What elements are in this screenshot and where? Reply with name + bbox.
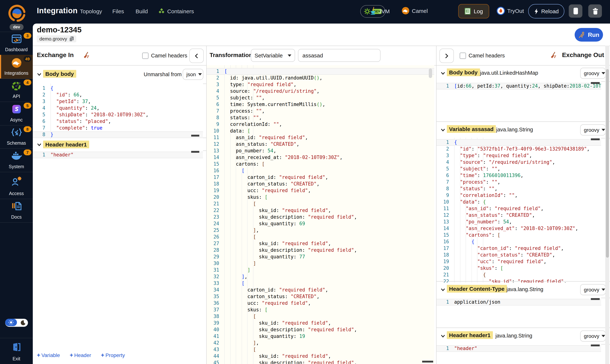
dark-theme-icon [20, 320, 26, 327]
panel-scrollbar-thumb[interactable] [606, 69, 609, 258]
add-property-button[interactable]: +Property [101, 352, 125, 358]
badge: 49 [24, 56, 31, 62]
broom-icon[interactable] [83, 52, 90, 59]
async-icon [12, 104, 21, 114]
copy-icon[interactable] [69, 36, 74, 41]
nav-files[interactable]: Files [112, 8, 124, 14]
camel-headers-checkbox[interactable] [142, 53, 149, 59]
sidebar-item-access[interactable]: Access [0, 172, 33, 199]
sidebar: dev 3 Dashboard 49 Integrations [0, 24, 33, 364]
lang-select[interactable]: groovy [580, 330, 606, 341]
hscroll-thumb[interactable] [591, 82, 600, 84]
run-button[interactable]: Run [575, 28, 603, 42]
header1-section-header: Header header1 [33, 138, 206, 151]
lightning-icon [534, 8, 539, 15]
exchange-out-title: Exchange Out [562, 52, 604, 59]
section-label: Body body [447, 68, 480, 76]
body-body-editor[interactable]: 1{2 "id": 66,3 "petId": 37,4 "quantity":… [33, 84, 203, 139]
badge: 8 [24, 126, 31, 132]
exit-door-icon [11, 342, 22, 352]
target-name-input[interactable] [298, 49, 380, 62]
out-body-section-header: Body body java.util.LinkedHashMap groovy [436, 65, 610, 82]
lang-select[interactable]: groovy [580, 284, 606, 295]
tryout-button[interactable]: TryOut [497, 7, 524, 15]
jvm-button[interactable]: JVM [370, 7, 390, 15]
stop-button[interactable] [569, 4, 582, 18]
format-select[interactable]: json [183, 69, 203, 80]
badge: 7 [24, 149, 31, 155]
delete-button[interactable] [588, 4, 602, 18]
camel-headers-checkbox[interactable] [460, 53, 466, 59]
out-variable-editor[interactable]: 1{2 "id": "5372fb1f-7ef3-40f9-96e3-13297… [436, 138, 601, 283]
chevron-down-icon[interactable] [441, 129, 445, 131]
hscroll-thumb[interactable] [591, 298, 600, 300]
file-name-chip[interactable]: demo.groovy [37, 35, 76, 42]
transformation-panel: Transformation SetVariable 1[2 id: java.… [207, 46, 436, 364]
app-title[interactable]: Integration [37, 6, 78, 15]
tryout-flame-icon [497, 7, 505, 15]
app-logo-icon[interactable] [8, 4, 26, 23]
header1-editor[interactable]: 1"header" [33, 150, 203, 188]
value-type-label: java.lang.String [495, 333, 532, 338]
page-title: demo-12345 [37, 26, 81, 34]
add-header-button[interactable]: +Header [70, 352, 91, 358]
sidebar-item-exit[interactable]: Exit [0, 338, 33, 364]
nav-build[interactable]: Build [136, 8, 148, 14]
log-icon [464, 8, 471, 15]
out-content-type-section-header: Header Content-Type java.lang.String gro… [436, 281, 610, 298]
collapse-right-button[interactable] [439, 49, 454, 63]
hscroll-thumb[interactable] [422, 361, 433, 363]
transformation-editor[interactable]: 1[2 id: java.util.UUID.randomUUID(),3 ty… [207, 65, 434, 364]
schemas-icon [11, 128, 22, 137]
camel-icon [402, 7, 410, 15]
badge: 5 [24, 103, 31, 109]
sidebar-item-dashboard[interactable]: 3 Dashboard [0, 32, 33, 55]
chevron-down-icon[interactable] [37, 73, 41, 76]
jvm-icon [370, 7, 377, 15]
caret-icon [601, 288, 605, 291]
exchange-out-header: Camel headers Exchange Out [436, 46, 610, 65]
dashboard-icon [11, 34, 22, 44]
out-header1-editor[interactable]: 1"header" [436, 344, 601, 364]
stop-icon [573, 7, 578, 15]
sidebar-item-docs[interactable]: Docs [0, 199, 33, 223]
nav-containers[interactable]: Containers [158, 8, 194, 15]
caret-icon [288, 54, 291, 56]
nav-topology[interactable]: Topology [80, 8, 102, 14]
app-root: Integration Topology Files Build Contain… [0, 0, 610, 364]
log-button[interactable]: Log [458, 4, 489, 18]
camel-button[interactable]: Camel [402, 7, 428, 15]
sidebar-item-api[interactable]: 4 API [0, 78, 33, 102]
hscroll-thumb[interactable] [191, 151, 199, 153]
hscroll-thumb[interactable] [591, 344, 600, 346]
theme-toggle[interactable] [5, 319, 28, 327]
broom-icon[interactable] [550, 52, 557, 59]
top-bar: Integration Topology Files Build Contain… [0, 0, 610, 24]
sidebar-item-system[interactable]: 7 System [0, 148, 33, 172]
out-body-editor[interactable]: 1[id:66, petId:37, quantity:24, shipDate… [436, 81, 601, 123]
plus-icon: + [70, 352, 73, 358]
lang-select[interactable]: groovy [580, 68, 606, 79]
operation-select[interactable]: SetVariable [251, 49, 295, 62]
sidebar-item-schemas[interactable]: 8 Schemas [0, 125, 33, 149]
footer-actions: +Variable +Header +Property [37, 352, 133, 358]
chevron-down-icon[interactable] [441, 72, 445, 75]
hscroll-thumb[interactable] [191, 135, 199, 137]
sidebar-item-async[interactable]: 5 Async [0, 102, 33, 126]
sidebar-item-integrations[interactable]: 49 Integrations [0, 55, 33, 79]
access-user-icon [11, 176, 22, 187]
hscroll-thumb[interactable] [591, 138, 600, 140]
badge: 4 [24, 79, 31, 85]
lang-select[interactable]: groovy [580, 124, 606, 135]
add-variable-button[interactable]: +Variable [37, 352, 60, 358]
chevron-down-icon[interactable] [37, 143, 41, 146]
vscroll-thumb[interactable] [429, 68, 432, 78]
badge: 3 [24, 33, 31, 39]
out-content-type-editor[interactable]: 1application/json [436, 297, 601, 329]
out-header1-section-header: Header header1 java.lang.String groovy [436, 327, 610, 344]
chevron-down-icon[interactable] [441, 335, 445, 338]
plus-icon: + [101, 352, 104, 358]
chevron-down-icon[interactable] [441, 288, 445, 291]
collapse-left-button[interactable] [189, 49, 204, 63]
reload-button[interactable]: Reload [528, 4, 564, 18]
